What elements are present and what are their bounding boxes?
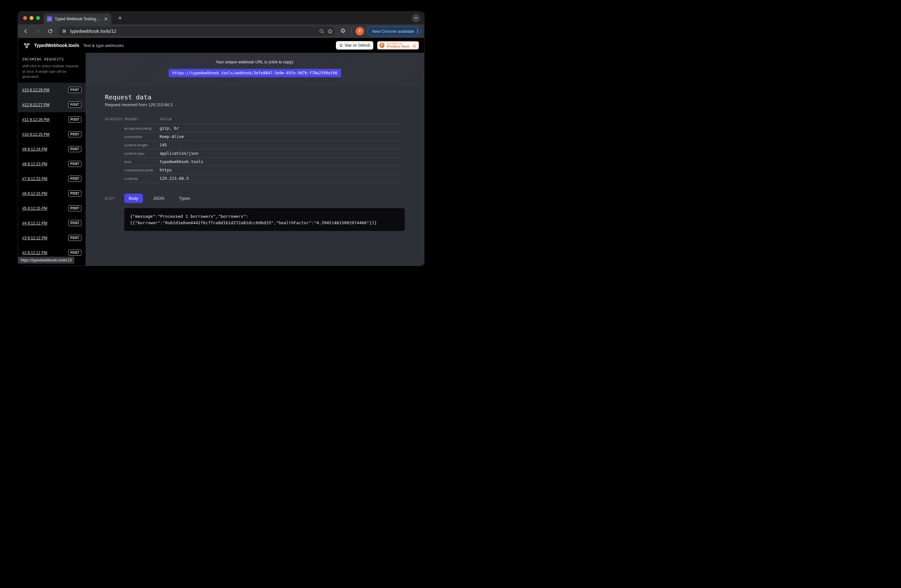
desktop: Typed Webhook Testing: a to… bbox=[0, 0, 450, 294]
tab-title: Typed Webhook Testing: a to… bbox=[55, 17, 101, 21]
request-method-badge: POST bbox=[68, 235, 81, 241]
address-bar[interactable]: typedwebhook.tools/12 bbox=[58, 26, 335, 36]
svg-point-8 bbox=[24, 44, 26, 45]
svg-point-4 bbox=[65, 31, 65, 32]
window-maximize-button[interactable] bbox=[36, 16, 40, 20]
header-name: content-type bbox=[124, 149, 160, 158]
window-controls bbox=[20, 16, 41, 20]
product-hunt-icon: P bbox=[379, 43, 385, 48]
request-method-badge: POST bbox=[68, 176, 81, 182]
request-item[interactable]: #8 8:12:23 PMPOST bbox=[18, 157, 86, 171]
headers-th-header: Header bbox=[124, 116, 160, 124]
tab-close-button[interactable] bbox=[104, 17, 108, 21]
table-row: connectionKeep-Alive bbox=[124, 132, 405, 141]
headers-section: HEADERS Header Value accep bbox=[105, 116, 405, 183]
table-row: hosttypedwebhook.tools bbox=[124, 158, 405, 166]
header-name: host bbox=[124, 158, 160, 166]
product-hunt-button[interactable]: P FEATURED ON Product Hunt ▲ 61 bbox=[377, 41, 419, 50]
headers-label: HEADERS bbox=[105, 116, 124, 183]
request-item-label: #9 8:12:24 PM bbox=[22, 147, 47, 151]
product-hunt-votes: ▲ 61 bbox=[413, 43, 416, 48]
reload-button[interactable] bbox=[46, 27, 55, 36]
request-method-badge: POST bbox=[68, 117, 81, 123]
request-method-badge: POST bbox=[68, 131, 81, 137]
request-item[interactable]: #11 8:12:26 PMPOST bbox=[18, 112, 86, 127]
more-menu-icon bbox=[416, 29, 418, 33]
body-section: BODY BodyJSONTypes {"message":"Processed… bbox=[105, 194, 405, 231]
svg-line-7 bbox=[323, 32, 324, 33]
link-preview: https://typedwebhook.tools/13 bbox=[18, 257, 74, 264]
table-row: content-length145 bbox=[124, 141, 405, 149]
request-item[interactable]: #10 8:12:25 PMPOST bbox=[18, 127, 86, 142]
webhook-url-label: Your unique webhook URL is (click to cop… bbox=[92, 60, 418, 64]
profile-avatar[interactable]: F bbox=[355, 27, 364, 36]
zoom-icon[interactable] bbox=[319, 29, 324, 34]
browser-toolbar: typedwebhook.tools/12 F New Chrome ava bbox=[18, 25, 424, 38]
chrome-update-button[interactable]: New Chrome available bbox=[367, 26, 421, 36]
body-tab-body[interactable]: Body bbox=[124, 194, 143, 203]
site-settings-icon[interactable] bbox=[61, 28, 67, 34]
new-tab-button[interactable] bbox=[116, 14, 124, 22]
request-item-label: #3 8:12:12 PM bbox=[22, 236, 47, 240]
request-item-label: #11 8:12:26 PM bbox=[22, 117, 50, 122]
table-row: x-real-ip129.213.68.3 bbox=[124, 174, 405, 183]
svg-point-3 bbox=[63, 30, 64, 31]
tab-dropdown-button[interactable] bbox=[412, 14, 420, 22]
address-bar-url: typedwebhook.tools/12 bbox=[70, 29, 116, 34]
request-item[interactable]: #5 8:12:15 PMPOST bbox=[18, 201, 86, 216]
request-item[interactable]: #12 8:12:27 PMPOST bbox=[18, 98, 86, 112]
svg-point-9 bbox=[28, 44, 29, 45]
request-method-badge: POST bbox=[68, 102, 81, 108]
header-value: Keep-Alive bbox=[160, 132, 405, 141]
extensions-icon[interactable] bbox=[338, 27, 348, 36]
request-method-badge: POST bbox=[68, 87, 81, 93]
svg-point-10 bbox=[26, 46, 28, 48]
main-panel: Your unique webhook URL is (click to cop… bbox=[86, 53, 424, 266]
body-tab-json[interactable]: JSON bbox=[149, 194, 169, 203]
bookmark-icon[interactable] bbox=[327, 29, 333, 34]
request-method-badge: POST bbox=[68, 161, 81, 167]
product-hunt-line2: Product Hunt bbox=[387, 45, 409, 48]
header-value: gzip, br bbox=[160, 124, 405, 132]
header-value: https bbox=[160, 166, 405, 174]
request-item-label: #13 8:12:29 PM bbox=[22, 88, 50, 92]
table-row: x-forwarded-protohttps bbox=[124, 166, 405, 174]
headers-th-value: Value bbox=[160, 116, 405, 124]
request-item[interactable]: #3 8:12:12 PMPOST bbox=[18, 231, 86, 246]
sidebar-header: INCOMING REQUESTS shift-click to select … bbox=[18, 53, 86, 82]
product-hunt-text: FEATURED ON Product Hunt bbox=[387, 43, 409, 48]
tab-strip: Typed Webhook Testing: a to… bbox=[18, 12, 424, 25]
github-star-button[interactable]: Star on GitHub bbox=[336, 41, 373, 50]
request-item[interactable]: #7 8:12:23 PMPOST bbox=[18, 171, 86, 186]
request-item[interactable]: #4 8:12:12 PMPOST bbox=[18, 216, 86, 231]
request-item[interactable]: #6 8:12:15 PMPOST bbox=[18, 186, 86, 201]
body-tab-types[interactable]: Types bbox=[175, 194, 195, 203]
request-item[interactable]: #13 8:12:29 PMPOST bbox=[18, 82, 86, 98]
profile-initial: F bbox=[359, 29, 361, 33]
header-name: connection bbox=[124, 132, 160, 141]
browser-tab[interactable]: Typed Webhook Testing: a to… bbox=[44, 14, 111, 25]
github-star-label: Star on GitHub bbox=[344, 43, 370, 48]
body-tabs: BodyJSONTypes bbox=[124, 194, 405, 203]
tab-favicon bbox=[47, 16, 52, 22]
request-item[interactable]: #9 8:12:24 PMPOST bbox=[18, 142, 86, 157]
request-item-label: #12 8:12:27 PM bbox=[22, 103, 50, 107]
webhook-url[interactable]: https://typedwebhook.tools/webhook/3efe9… bbox=[168, 69, 341, 77]
header-name: x-forwarded-proto bbox=[124, 166, 160, 174]
webhook-url-banner: Your unique webhook URL is (click to cop… bbox=[86, 53, 424, 86]
request-method-badge: POST bbox=[68, 205, 81, 212]
app-logo-icon bbox=[23, 42, 30, 49]
header-value: 129.213.68.3 bbox=[160, 174, 405, 183]
header-name: content-length bbox=[124, 141, 160, 149]
app: TypedWebhook.tools Test & type webhooks … bbox=[18, 38, 424, 266]
body-content: {"message":"Processed 1 borrowers","borr… bbox=[124, 208, 405, 231]
request-item-label: #2 8:12:12 PM bbox=[22, 250, 47, 255]
window-close-button[interactable] bbox=[23, 16, 27, 20]
app-body: INCOMING REQUESTS shift-click to select … bbox=[18, 53, 424, 266]
back-button[interactable] bbox=[21, 27, 30, 36]
forward-button[interactable] bbox=[33, 27, 42, 36]
product-hunt-vote-count: 61 bbox=[413, 45, 416, 48]
request-item-label: #5 8:12:15 PM bbox=[22, 206, 47, 211]
window-minimize-button[interactable] bbox=[30, 16, 33, 20]
request-item-label: #8 8:12:23 PM bbox=[22, 162, 47, 166]
